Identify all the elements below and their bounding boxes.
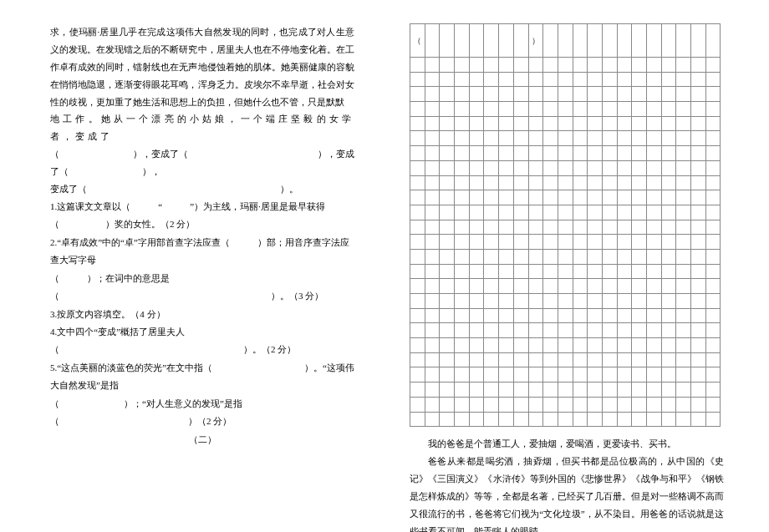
passage-text-2: 地工作。她从一个漂亮的小姑娘，一个端庄坚毅的女学者，变成了 (50, 110, 354, 145)
question-1: 1.这篇课文文章以（ “ ”）为主线，玛丽·居里是最早获得（ ）奖的女性。（2 … (50, 198, 354, 234)
question-5a: 5.“这点美丽的淡蓝色的荧光”在文中指（ ）。“这项伟大自然发现”是指 (50, 359, 354, 395)
question-2b: （ ）；在词中的意思是（ ）。（3 分） (50, 270, 354, 306)
question-2a: 2.“卓有成效”中的“卓”字用部首查字法应查（ ）部；用音序查字法应查大写字母 (50, 234, 354, 270)
passage2-p2: 爸爸从来都是喝劣酒，抽孬烟，但买书都是品位极高的，从中国的《史记》《三国演义》《… (410, 453, 724, 532)
right-column: （） 我的爸爸是个普通工人，爱抽烟，爱喝酒，更爱读书、买书。 爸爸从来都是喝劣酒… (384, 0, 769, 532)
passage-text-1: 求，使玛丽·居里几乎在完成这项伟大自然发现的同时，也完成了对人生意义的发现。在发… (50, 23, 354, 110)
section-2-heading: （二） (50, 431, 354, 448)
passage-blank-4: 变成了（ ）。 (50, 180, 354, 198)
left-column: 求，使玛丽·居里几乎在完成这项伟大自然发现的同时，也完成了对人生意义的发现。在发… (0, 0, 384, 532)
question-4: 4.文中四个“变成”概括了居里夫人（ ）。（2 分） (50, 323, 354, 359)
passage-blank-3: （ ），变成了（ ），变成了（ ）， (50, 145, 354, 180)
passage2-p1: 我的爸爸是个普通工人，爱抽烟，爱喝酒，更爱读书、买书。 (410, 435, 724, 453)
answer-grid: （） (410, 23, 721, 427)
question-5b: （ ）；“对人生意义的发现”是指（ ）（2 分） (50, 395, 354, 431)
question-3: 3.按原文内容填空。（4 分） (50, 306, 354, 323)
